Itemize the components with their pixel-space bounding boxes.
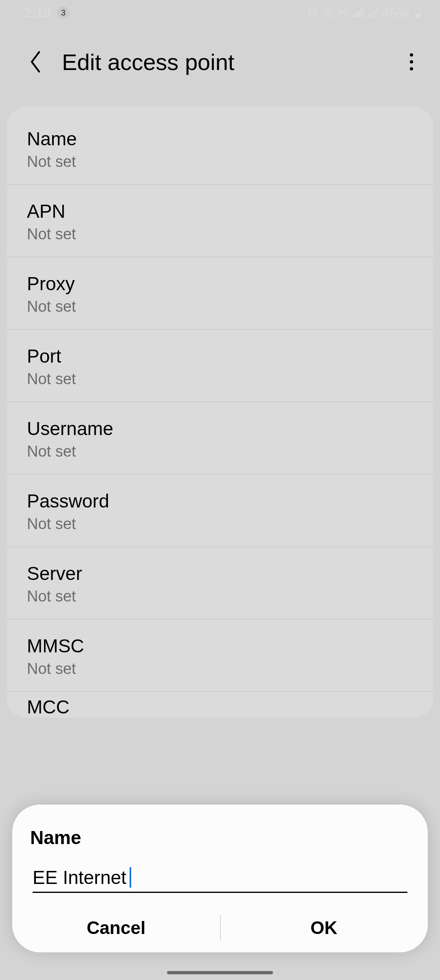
name-input[interactable]: EE Internet bbox=[33, 866, 126, 888]
dialog-title: Name bbox=[12, 827, 428, 849]
ok-button[interactable]: OK bbox=[220, 903, 428, 952]
text-cursor bbox=[130, 867, 131, 888]
dialog-input-wrapper[interactable]: EE Internet bbox=[33, 866, 407, 893]
edit-name-dialog: Name EE Internet Cancel OK bbox=[12, 805, 428, 952]
home-indicator[interactable] bbox=[167, 971, 273, 974]
cancel-button[interactable]: Cancel bbox=[12, 903, 220, 952]
dialog-actions: Cancel OK bbox=[12, 903, 428, 952]
